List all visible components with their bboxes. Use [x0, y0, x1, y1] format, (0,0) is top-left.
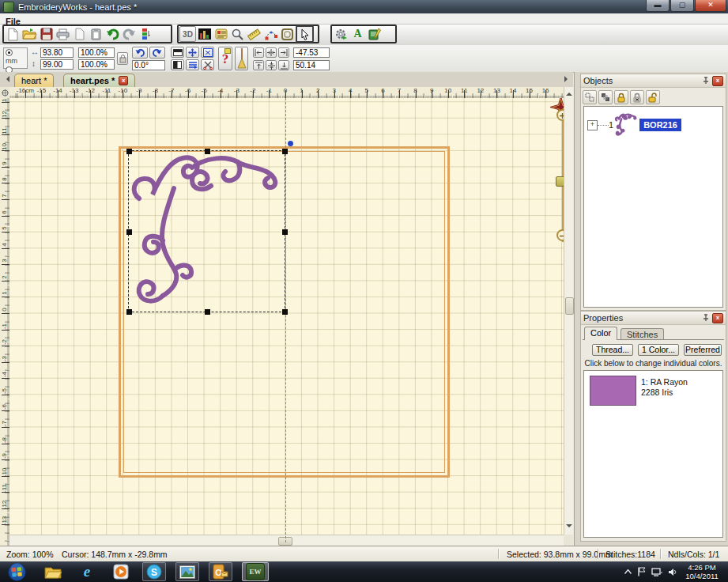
selection-handle[interactable]: [282, 309, 288, 315]
align-center-h-button[interactable]: [266, 47, 277, 58]
pin-icon[interactable]: [702, 314, 710, 322]
stitch-edit-button[interactable]: [262, 26, 279, 42]
taskbar-explorer[interactable]: [41, 562, 65, 581]
fit-to-window-button[interactable]: [201, 47, 214, 58]
pos-x-input[interactable]: [293, 47, 330, 58]
taskbar-skype[interactable]: S: [142, 562, 166, 581]
trim-button[interactable]: [201, 59, 214, 70]
thread-button[interactable]: Thread...: [592, 344, 633, 356]
rotate-right-button[interactable]: [149, 47, 165, 59]
align-left-button[interactable]: [253, 47, 264, 58]
selection-rotate-handle[interactable]: [288, 141, 293, 146]
tab-close-button[interactable]: x: [119, 76, 128, 85]
height-scale-input[interactable]: [78, 59, 115, 70]
taskbar-internet-explorer[interactable]: e: [75, 562, 99, 581]
thread-view-button[interactable]: [186, 59, 199, 70]
help-button[interactable]: ?: [218, 47, 232, 70]
tab-heart[interactable]: heart *: [14, 74, 54, 87]
tab-color[interactable]: Color: [584, 327, 617, 340]
unlock-disabled-button[interactable]: [630, 90, 644, 104]
zoom-slider-handle[interactable]: [556, 176, 564, 187]
rotation-input[interactable]: [132, 60, 165, 70]
network-icon[interactable]: [651, 568, 662, 576]
screen-view-button[interactable]: [171, 47, 184, 58]
selection-handle[interactable]: [205, 309, 210, 315]
copy-page-button[interactable]: [71, 26, 88, 42]
undo-button[interactable]: [104, 26, 121, 42]
design-canvas[interactable]: N: [9, 98, 564, 542]
selection-box[interactable]: [128, 150, 285, 312]
hoop-select-button[interactable]: [279, 26, 296, 42]
resequence-colors-button[interactable]: [138, 26, 154, 42]
zoom-out-button[interactable]: [556, 229, 564, 241]
selection-handle[interactable]: [205, 149, 210, 154]
align-right-button[interactable]: [278, 47, 289, 58]
pos-y-input[interactable]: [293, 60, 330, 70]
lock-object-button[interactable]: [614, 90, 628, 104]
color-list[interactable]: 1: RA Rayon 2288 Iris: [583, 370, 723, 538]
selection-handle[interactable]: [126, 149, 132, 154]
selection-handle[interactable]: [282, 149, 288, 154]
realistic-view-button[interactable]: [196, 26, 213, 42]
align-middle-v-button[interactable]: [266, 60, 277, 70]
open-button[interactable]: [21, 26, 38, 42]
unlock-all-button[interactable]: [646, 90, 660, 104]
thread-color-swatch[interactable]: [590, 376, 636, 406]
taskbar-embroideryworks[interactable]: EW: [242, 562, 269, 581]
objects-panel-close-button[interactable]: x: [712, 76, 723, 86]
new-document-button[interactable]: [5, 26, 21, 42]
object-thumbnail-icon[interactable]: [615, 112, 637, 138]
object-thumbnail[interactable]: [615, 112, 637, 138]
taskbar-clock[interactable]: 4:26 PM 10/4/2011: [679, 563, 725, 580]
object-tree-row[interactable]: + 1 BOR216: [587, 111, 681, 138]
one-color-button[interactable]: 1 Color...: [638, 344, 679, 356]
action-center-flag-icon[interactable]: [637, 567, 646, 576]
group-objects-button[interactable]: [598, 90, 613, 104]
properties-panel-close-button[interactable]: x: [712, 313, 723, 323]
taskbar-outlook[interactable]: O: [209, 562, 232, 581]
contrast-view-button[interactable]: [171, 59, 184, 70]
selection-handle[interactable]: [126, 229, 132, 235]
height-input[interactable]: [40, 59, 74, 70]
select-tool-button[interactable]: [296, 25, 314, 43]
zoom-in-button[interactable]: [556, 109, 564, 121]
scroll-down-icon[interactable]: [566, 524, 572, 531]
selection-handle[interactable]: [282, 229, 288, 235]
redo-button[interactable]: [121, 26, 138, 42]
preferred-button[interactable]: Preferred: [684, 344, 722, 356]
tree-expand-button[interactable]: +: [587, 120, 598, 130]
object-label-selected[interactable]: BOR216: [639, 119, 681, 131]
cleanup-button[interactable]: [235, 47, 248, 70]
vertical-scroll-thumb[interactable]: [565, 297, 574, 315]
lettering-button[interactable]: A: [349, 26, 366, 42]
tab-scroll-left-icon[interactable]: [3, 76, 9, 82]
close-button[interactable]: ✕: [695, 0, 726, 12]
view-3d-button[interactable]: 3D: [179, 26, 196, 42]
unit-mm-radio[interactable]: mm: [6, 49, 25, 65]
align-bottom-button[interactable]: [278, 60, 289, 70]
width-input[interactable]: [40, 47, 74, 58]
show-hidden-icons[interactable]: [624, 569, 632, 574]
measure-tool-button[interactable]: [246, 26, 262, 42]
scroll-up-icon[interactable]: [566, 89, 572, 96]
horizontal-scrollbar[interactable]: [9, 535, 564, 546]
minimize-button[interactable]: ▬: [646, 0, 670, 12]
tab-stitches[interactable]: Stitches: [620, 328, 664, 340]
digitize-pad-button[interactable]: [366, 26, 383, 42]
tab-heart-pes[interactable]: heart.pes * x: [63, 74, 135, 87]
objects-list[interactable]: + 1 BOR216: [583, 106, 723, 308]
taskbar-media-player[interactable]: [109, 562, 133, 581]
zoom-tool-button[interactable]: [229, 26, 246, 42]
align-top-button[interactable]: [253, 60, 264, 70]
paste-button[interactable]: [88, 26, 104, 42]
tab-scroll-right-icon[interactable]: [564, 76, 571, 82]
aspect-lock-button[interactable]: [117, 52, 128, 65]
maximize-button[interactable]: ▢: [670, 0, 694, 12]
start-button[interactable]: [5, 562, 28, 581]
pin-icon[interactable]: [702, 77, 710, 85]
autopunch-button[interactable]: [333, 26, 349, 42]
rotate-left-button[interactable]: [132, 47, 148, 59]
save-button[interactable]: [38, 26, 55, 42]
design-properties-button[interactable]: [213, 26, 229, 42]
print-button[interactable]: [55, 26, 71, 42]
